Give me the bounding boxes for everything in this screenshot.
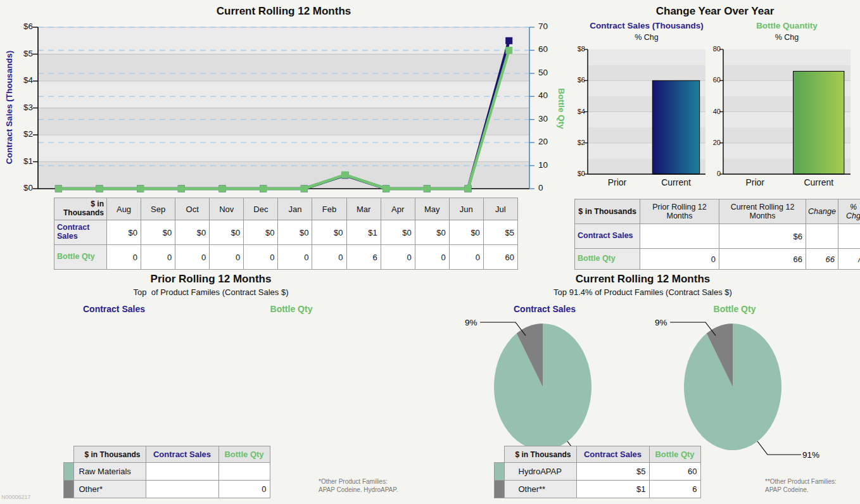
yoy-table-row-label: Contract Sales xyxy=(575,224,640,249)
bar-chart-contract-sales-subtitle: % Chg xyxy=(588,33,705,44)
bar-chart-bottle-quantity-title: Bottle Quantity xyxy=(723,21,851,33)
prior-product-family-table: $ in ThousandsContract SalesBottle QtyRa… xyxy=(63,446,270,498)
month-table-value: 0 xyxy=(175,245,210,270)
month-header: Jun xyxy=(449,198,483,220)
month-table-value: $0 xyxy=(415,220,449,245)
prior-pie-label-contract-sales: Contract Sales xyxy=(51,304,177,314)
pie-table-row-label: HydroAPAP xyxy=(504,463,576,481)
dashboard-canvas: Current Rolling 12 Months Contract Sales… xyxy=(0,0,860,504)
month-header: Apr xyxy=(381,198,415,220)
legend-swatch xyxy=(495,481,505,498)
prior-pie-label-bottle-qty: Bottle Qty xyxy=(228,304,355,314)
yoy-table-value xyxy=(640,224,719,249)
prior-footnote-line1: *Other Product Families: xyxy=(319,477,398,486)
bar-chart-bottle-quantity-subtitle: % Chg xyxy=(723,33,851,44)
pie-table-row-label: Raw Materials xyxy=(73,463,146,481)
pie-table-value: $1 xyxy=(576,481,649,498)
bar-y-tick: $4 xyxy=(567,108,585,115)
month-header: Jan xyxy=(278,198,312,220)
month-table-value: $5 xyxy=(483,220,517,245)
left-axis-tick: $3 xyxy=(8,103,33,112)
right-axis-tick: 10 xyxy=(538,160,564,170)
yoy-table-value: 0 xyxy=(640,249,719,270)
yoy-column-header: Change xyxy=(806,199,838,224)
month-table-value: 0 xyxy=(141,245,175,270)
right-axis-tick: 30 xyxy=(538,114,564,123)
pie-table-col-bottle-qty: Bottle Qty xyxy=(218,446,270,463)
current-section-title: Current Rolling 12 Months xyxy=(516,273,769,286)
pie-table-row-label: Other* xyxy=(73,481,146,498)
month-table-value: $1 xyxy=(346,220,381,245)
yoy-table-value: 66 xyxy=(719,249,806,270)
bar-y-tick: 40 xyxy=(702,108,721,115)
month-header: Feb xyxy=(312,198,346,220)
bar-chart-contract-sales-title: Contract Sales (Thousands) xyxy=(588,21,705,33)
current-pie-label-bottle-qty: Bottle Qty xyxy=(671,304,798,314)
current-pie-label-contract-sales: Contract Sales xyxy=(481,304,608,314)
pie-table-value xyxy=(218,463,270,481)
pie-callout-major: 91% xyxy=(802,450,819,460)
month-table-corner: $ in Thousands xyxy=(54,198,107,220)
month-table-value: $0 xyxy=(141,220,175,245)
month-table-value: 60 xyxy=(483,245,517,270)
bar-y-tick: $0 xyxy=(567,170,585,177)
month-table-value: 6 xyxy=(346,245,381,270)
month-table-value: 0 xyxy=(312,245,346,270)
bar-y-tick: 0 xyxy=(702,170,721,177)
pie-chart-svg: 91%9% xyxy=(651,314,822,463)
month-header: Sep xyxy=(141,198,175,220)
bar-y-tick: 80 xyxy=(702,45,721,53)
prior-section-subtitle: Top of Product Familes (Contract Sales $… xyxy=(84,287,338,297)
pie-table-value xyxy=(146,481,218,498)
bar-x-label: Current xyxy=(794,177,844,187)
pie-table-value: 60 xyxy=(649,463,700,481)
pie-chart-contract-sales: 91%9% xyxy=(461,314,632,465)
month-table-value: $0 xyxy=(312,220,346,245)
left-axis-tick: $4 xyxy=(8,75,33,85)
prior-footnote: *Other Product Families: APAP Codeine. H… xyxy=(319,477,398,494)
bar-x-label: Current xyxy=(651,177,702,187)
bar-y-tick: $6 xyxy=(567,76,585,84)
month-table-value: $0 xyxy=(278,220,312,245)
month-table-value: $0 xyxy=(244,220,278,245)
current-footnote-line2: APAP Codeine. xyxy=(765,486,837,494)
month-table-value: 0 xyxy=(107,245,141,270)
left-axis-tick: $5 xyxy=(8,49,33,58)
bar-chart-contract-sales-x-labels: PriorCurrent xyxy=(588,177,705,189)
month-table-value: $0 xyxy=(107,220,141,245)
month-table-value: 0 xyxy=(449,245,483,270)
month-table-value: 0 xyxy=(381,245,415,270)
monthly-values-table: $ in ThousandsAugSepOctNovDecJanFebMarAp… xyxy=(54,198,518,270)
bar-y-tick: 60 xyxy=(702,76,721,84)
right-axis-tick: 60 xyxy=(538,44,564,54)
month-table-value: $0 xyxy=(210,220,244,245)
right-axis-tick: 70 xyxy=(538,22,564,31)
current-footnote: **Other Product Families: APAP Codeine. xyxy=(765,477,837,494)
month-header: Nov xyxy=(210,198,244,220)
pie-callout-minor: 9% xyxy=(465,318,477,327)
pie-table-corner: $ in Thousands xyxy=(73,446,146,463)
line-chart-left-ticks: $6$5$4$3$2$1$0 xyxy=(8,27,33,189)
current-section-subtitle: Top 91.4% of Product Familes (Contract S… xyxy=(516,287,769,297)
pie-table-col-contract-sales: Contract Sales xyxy=(576,446,649,463)
month-table-value: $0 xyxy=(449,220,483,245)
yoy-column-header: Prior Rolling 12 Months xyxy=(640,199,719,224)
yoy-title: Change Year Over Year xyxy=(573,5,857,18)
pie-table-corner: $ in Thousands xyxy=(504,446,576,463)
current-footnote-line1: **Other Product Families: xyxy=(765,477,837,486)
month-table-value: 0 xyxy=(278,245,312,270)
month-header: May xyxy=(415,198,449,220)
pie-table-col-bottle-qty: Bottle Qty xyxy=(649,446,700,463)
month-header: Aug xyxy=(107,198,141,220)
month-header: Mar xyxy=(346,198,381,220)
pie-chart-svg: 91%9% xyxy=(461,314,632,463)
yoy-table-value xyxy=(838,224,860,249)
bar-y-tick: 20 xyxy=(702,139,721,146)
month-header: Dec xyxy=(244,198,278,220)
yoy-column-header: % Chg xyxy=(838,199,860,224)
yoy-table-value xyxy=(806,224,838,249)
bar-chart-bottle-quantity: Bottle Quantity % Chg 806040200 PriorCur… xyxy=(702,21,854,189)
legend-swatch xyxy=(495,463,505,481)
month-header: Oct xyxy=(175,198,210,220)
month-table-value: 0 xyxy=(244,245,278,270)
